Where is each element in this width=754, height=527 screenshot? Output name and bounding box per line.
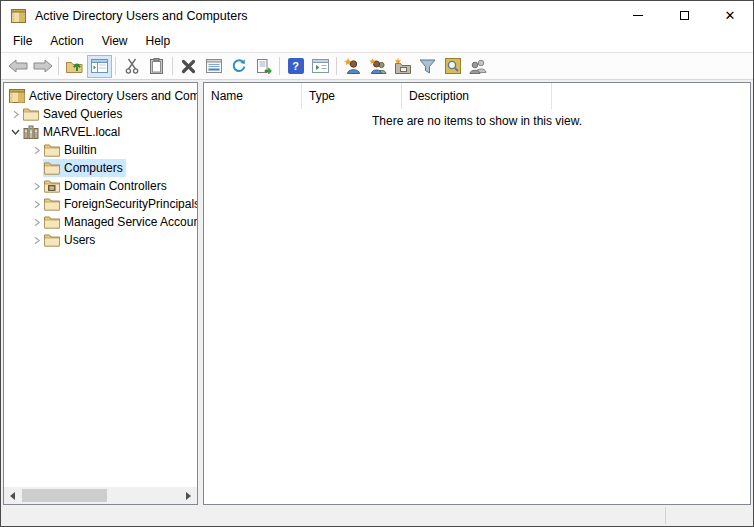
tree-item-domain-controllers[interactable]: Domain Controllers	[4, 177, 197, 195]
cut-button[interactable]	[119, 55, 144, 78]
refresh-button[interactable]	[226, 55, 251, 78]
action-pane-icon	[312, 59, 329, 73]
maximize-icon	[680, 11, 689, 20]
chevron-down-icon[interactable]	[9, 124, 22, 140]
tree-item-label: Active Directory Users and Computers	[29, 88, 197, 104]
menu-file[interactable]: File	[4, 31, 41, 51]
forward-button[interactable]	[30, 55, 55, 78]
scroll-left-icon	[10, 492, 15, 500]
up-one-level-button[interactable]	[62, 55, 87, 78]
show-console-tree-button[interactable]	[87, 55, 112, 78]
tree-item-label: Users	[64, 232, 95, 248]
column-header-name[interactable]: Name	[204, 83, 302, 109]
forward-arrow-icon	[33, 59, 53, 73]
console-tree-icon	[91, 59, 108, 73]
scrollbar-thumb[interactable]	[22, 489, 107, 502]
filter-funnel-icon	[419, 59, 436, 74]
menu-help[interactable]: Help	[137, 31, 180, 51]
console-window-icon	[9, 89, 25, 103]
tree-item-root[interactable]: Active Directory Users and Computers	[4, 87, 197, 105]
add-to-group-icon	[469, 58, 487, 74]
toolbar: ?	[1, 53, 753, 80]
set-filter-button[interactable]	[415, 55, 440, 78]
export-list-icon	[256, 59, 272, 74]
column-header-description[interactable]: Description	[402, 83, 552, 109]
find-magnifier-icon	[445, 58, 461, 74]
toolbar-separator	[172, 57, 173, 75]
close-icon: ✕	[725, 8, 736, 23]
tree-item-managed-service-accounts[interactable]: Managed Service Accounts	[4, 213, 197, 231]
menu-view[interactable]: View	[93, 31, 137, 51]
folder-icon	[44, 197, 60, 211]
folder-icon	[44, 143, 60, 157]
properties-button[interactable]	[201, 55, 226, 78]
tree-item-label: ForeignSecurityPrincipals	[64, 196, 197, 212]
toolbar-separator	[115, 57, 116, 75]
delete-button[interactable]	[176, 55, 201, 78]
status-bar-divider	[665, 507, 666, 524]
show-action-pane-button[interactable]	[308, 55, 333, 78]
new-user-icon	[344, 58, 361, 74]
add-to-group-button[interactable]	[465, 55, 490, 78]
find-button[interactable]	[440, 55, 465, 78]
window-controls: ✕	[615, 1, 753, 30]
scroll-right-icon	[186, 492, 191, 500]
chevron-right-icon[interactable]	[30, 142, 43, 158]
new-user-button[interactable]	[340, 55, 365, 78]
chevron-right-icon[interactable]	[30, 178, 43, 194]
minimize-button[interactable]	[615, 1, 661, 30]
console-tree-pane: Active Directory Users and Computers Sav…	[3, 82, 198, 505]
tree-horizontal-scrollbar[interactable]	[4, 487, 197, 504]
new-ou-icon	[394, 58, 411, 74]
status-bar	[1, 505, 753, 526]
tree-item-label: Saved Queries	[43, 106, 122, 122]
content-area: Active Directory Users and Computers Sav…	[1, 80, 753, 505]
ou-folder-icon	[44, 179, 60, 193]
close-button[interactable]: ✕	[707, 1, 753, 30]
toolbar-separator	[58, 57, 59, 75]
back-arrow-icon	[8, 59, 28, 73]
chevron-right-icon[interactable]	[30, 196, 43, 212]
column-header-type[interactable]: Type	[302, 83, 402, 109]
title-bar[interactable]: Active Directory Users and Computers ✕	[1, 1, 753, 30]
folder-icon	[23, 107, 39, 121]
chevron-right-icon[interactable]	[9, 106, 22, 122]
new-group-button[interactable]	[365, 55, 390, 78]
scroll-left-arrow[interactable]	[4, 487, 21, 504]
help-button[interactable]: ?	[283, 55, 308, 78]
tree-item-label: Managed Service Accounts	[64, 214, 197, 230]
folder-icon	[44, 161, 60, 175]
cut-icon	[125, 58, 139, 74]
selected-tree-item[interactable]: Computers	[43, 159, 126, 177]
tree-item-foreign-security-principals[interactable]: ForeignSecurityPrincipals	[4, 195, 197, 213]
mmc-console-icon	[11, 8, 26, 24]
minimize-icon	[633, 15, 643, 16]
empty-view-message: There are no items to show in this view.	[204, 114, 750, 128]
tree-item-label: MARVEL.local	[43, 124, 120, 140]
folder-icon	[44, 215, 60, 229]
chevron-right-icon[interactable]	[30, 232, 43, 248]
domain-icon	[23, 125, 39, 139]
toolbar-separator	[279, 57, 280, 75]
chevron-right-icon[interactable]	[30, 214, 43, 230]
toolbar-separator	[336, 57, 337, 75]
maximize-button[interactable]	[661, 1, 707, 30]
scrollbar-track[interactable]	[21, 487, 180, 504]
scroll-right-arrow[interactable]	[180, 487, 197, 504]
chevron-placeholder	[30, 160, 43, 176]
tree-item-label: Domain Controllers	[64, 178, 167, 194]
tree-item-marvel-local[interactable]: MARVEL.local	[4, 123, 197, 141]
tree-item-builtin[interactable]: Builtin	[4, 141, 197, 159]
paste-icon	[150, 58, 163, 74]
window-title: Active Directory Users and Computers	[35, 9, 248, 23]
tree-item-saved-queries[interactable]: Saved Queries	[4, 105, 197, 123]
back-button[interactable]	[5, 55, 30, 78]
menu-action[interactable]: Action	[41, 31, 92, 51]
paste-button[interactable]	[144, 55, 169, 78]
export-list-button[interactable]	[251, 55, 276, 78]
tree-item-users[interactable]: Users	[4, 231, 197, 249]
tree-item-label: Builtin	[64, 142, 97, 158]
menu-bar: File Action View Help	[1, 30, 753, 53]
tree-item-computers[interactable]: Computers	[4, 159, 197, 177]
new-organizational-unit-button[interactable]	[390, 55, 415, 78]
